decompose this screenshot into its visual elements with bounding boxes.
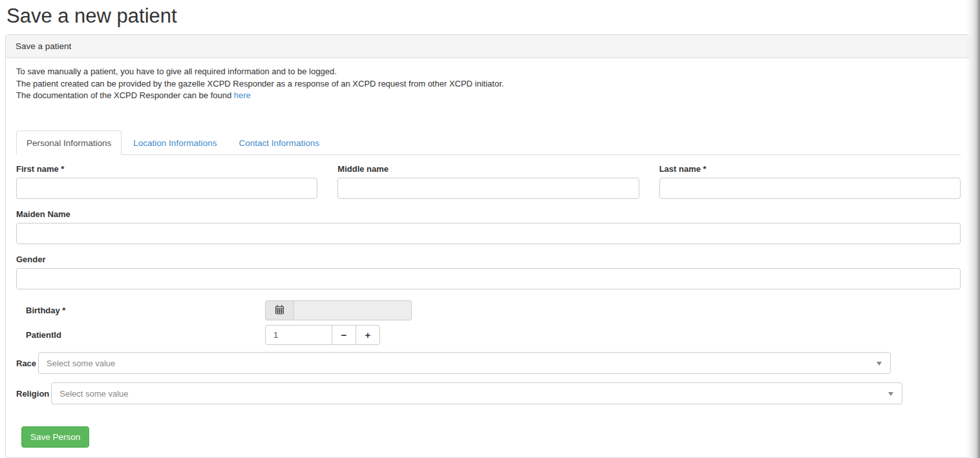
tab-personal-informations[interactable]: Personal Informations bbox=[16, 130, 122, 155]
page-title: Save a new patient bbox=[5, 0, 971, 34]
intro-text: To save manually a patient, you have to … bbox=[16, 66, 961, 102]
tab-contact-informations[interactable]: Contact Informations bbox=[228, 130, 330, 155]
panel-body: To save manually a patient, you have to … bbox=[6, 58, 970, 457]
intro-line-1: To save manually a patient, you have to … bbox=[16, 66, 961, 78]
patient-id-row: PatientId − + bbox=[16, 325, 961, 345]
tab-location-informations-label[interactable]: Location Informations bbox=[123, 130, 227, 155]
birthday-input-group bbox=[265, 300, 412, 320]
middle-name-label: Middle name bbox=[337, 165, 639, 174]
save-patient-panel: Save a patient To save manually a patien… bbox=[5, 34, 971, 458]
gender-input[interactable] bbox=[16, 268, 961, 289]
last-name-label: Last name * bbox=[659, 165, 961, 174]
patient-id-increment-button[interactable]: + bbox=[356, 325, 380, 345]
save-person-button[interactable]: Save Person bbox=[21, 426, 89, 448]
race-select[interactable]: Select some value bbox=[38, 352, 891, 374]
birthday-calendar-button[interactable] bbox=[265, 300, 294, 320]
calendar-icon bbox=[275, 305, 284, 317]
name-fields-row: First name * Middle name Last name * bbox=[16, 165, 961, 199]
vertical-scrollbar[interactable] bbox=[966, 0, 980, 458]
maiden-name-group: Maiden Name bbox=[16, 210, 961, 244]
first-name-label: First name * bbox=[16, 165, 317, 174]
last-name-input[interactable] bbox=[659, 178, 961, 199]
maiden-name-label: Maiden Name bbox=[16, 210, 961, 219]
tabs-container: Personal Informations Location Informati… bbox=[16, 130, 961, 448]
page: Save a new patient Save a patient To sav… bbox=[0, 0, 980, 458]
birthday-input bbox=[294, 300, 412, 320]
tab-bar: Personal Informations Location Informati… bbox=[16, 130, 961, 155]
patient-id-input[interactable] bbox=[265, 325, 332, 345]
documentation-link[interactable]: here bbox=[234, 90, 251, 100]
intro-line-3-text: The documentation of the XCPD Responder … bbox=[16, 90, 231, 100]
panel-heading: Save a patient bbox=[6, 35, 970, 58]
first-name-group: First name * bbox=[16, 165, 317, 199]
middle-name-input[interactable] bbox=[337, 178, 639, 199]
religion-select[interactable]: Select some value bbox=[51, 382, 902, 404]
birthday-row: Birthday * bbox=[16, 300, 961, 320]
gender-label: Gender bbox=[16, 255, 961, 264]
race-row: Race Select some value bbox=[16, 352, 961, 374]
patient-id-decrement-button[interactable]: − bbox=[332, 325, 356, 345]
last-name-group: Last name * bbox=[659, 165, 961, 199]
religion-label: Religion bbox=[16, 389, 49, 399]
caret-down-icon bbox=[877, 362, 882, 366]
patient-id-input-group: − + bbox=[265, 325, 380, 345]
first-name-input[interactable] bbox=[16, 178, 317, 199]
religion-row: Religion Select some value bbox=[16, 382, 961, 404]
caret-down-icon bbox=[888, 392, 893, 396]
birthday-label: Birthday * bbox=[16, 300, 265, 315]
race-select-placeholder: Select some value bbox=[47, 359, 115, 368]
middle-name-group: Middle name bbox=[337, 165, 639, 199]
tab-personal-informations-label[interactable]: Personal Informations bbox=[16, 130, 122, 155]
patient-id-label: PatientId bbox=[16, 325, 265, 340]
personal-informations-panel: First name * Middle name Last name * bbox=[16, 155, 961, 448]
tab-contact-informations-label[interactable]: Contact Informations bbox=[228, 130, 330, 155]
maiden-name-input[interactable] bbox=[16, 223, 961, 244]
intro-line-3: The documentation of the XCPD Responder … bbox=[16, 90, 961, 102]
race-label: Race bbox=[16, 359, 36, 368]
intro-line-2: The patient created can be provided by t… bbox=[16, 78, 961, 90]
religion-select-placeholder: Select some value bbox=[59, 389, 128, 399]
gender-group: Gender bbox=[16, 255, 961, 289]
tab-location-informations[interactable]: Location Informations bbox=[123, 130, 227, 155]
